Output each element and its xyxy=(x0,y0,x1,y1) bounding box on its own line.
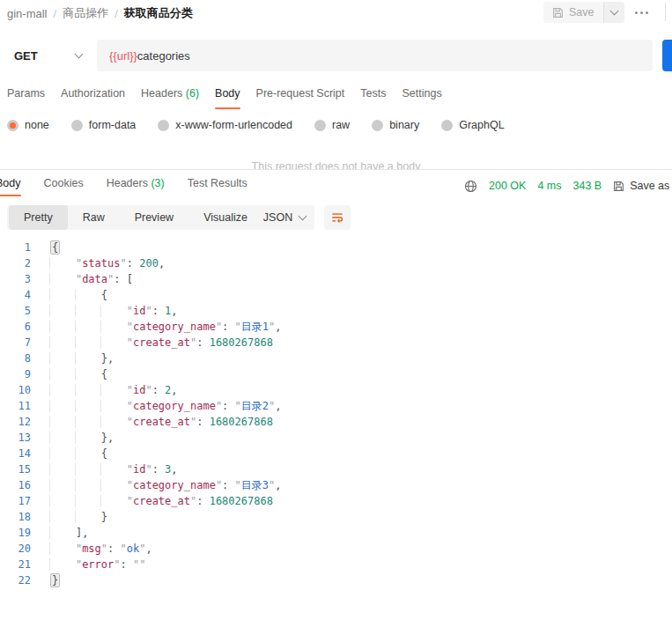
token-p: , xyxy=(275,400,281,412)
indent-guide xyxy=(75,447,101,460)
code-line: 21 "error": "" xyxy=(0,557,672,572)
response-header: BodyCookiesHeaders (3)Test Results 200 O… xyxy=(0,177,672,200)
token-p: : xyxy=(222,400,234,412)
more-options-button[interactable] xyxy=(627,4,655,21)
tab-authorization[interactable]: Authorization xyxy=(61,87,125,109)
indent-guide xyxy=(75,511,101,523)
breadcrumb-item[interactable]: 商品操作 xyxy=(63,5,108,21)
token-q: " xyxy=(127,495,133,507)
code-text: "category_name": "目录1", xyxy=(50,319,282,335)
token-q: " xyxy=(235,479,241,491)
indent-guide xyxy=(100,384,127,396)
tab-headers[interactable]: Headers (6) xyxy=(141,87,199,109)
tab-pre-request-script[interactable]: Pre-request Script xyxy=(256,87,345,109)
breadcrumb-item[interactable]: 获取商品分类 xyxy=(124,5,193,21)
url-input[interactable]: {{url}}categories xyxy=(97,40,653,71)
code-line: 10 "id": 2, xyxy=(0,382,672,398)
breadcrumb-item[interactable]: gin-mall xyxy=(7,7,48,20)
indent-guide xyxy=(100,416,127,428)
save-button[interactable]: Save xyxy=(543,2,603,23)
view-mode-visualize[interactable]: Visualize xyxy=(188,205,262,230)
response-tab-cookies[interactable]: Cookies xyxy=(44,177,84,196)
tab-tests[interactable]: Tests xyxy=(360,87,386,109)
code-text: { xyxy=(50,287,107,303)
breadcrumb-separator: / xyxy=(114,7,118,20)
token-p: }, xyxy=(101,432,114,444)
token-p: : xyxy=(222,479,234,491)
request-header: gin-mall/商品操作/获取商品分类 Save xyxy=(0,0,672,25)
save-button-group: Save xyxy=(543,2,624,23)
tab-params[interactable]: Params xyxy=(7,87,45,109)
code-text: { xyxy=(50,240,60,255)
token-q: " xyxy=(127,400,133,412)
view-mode-pretty[interactable]: Pretty xyxy=(9,205,68,230)
body-type-x-www-form-urlencoded[interactable]: x-www-form-urlencoded xyxy=(158,119,292,131)
send-button[interactable] xyxy=(662,40,672,71)
token-p: { xyxy=(101,289,107,301)
globe-icon xyxy=(464,180,477,193)
token-s: ok xyxy=(127,542,139,555)
response-tab-headers[interactable]: Headers (3) xyxy=(107,177,165,196)
method-select[interactable]: GET xyxy=(0,40,97,71)
token-p: } xyxy=(101,511,107,523)
indent-guide xyxy=(100,321,127,333)
code-text: "create_at": 1680267868 xyxy=(50,493,273,509)
indent-guide xyxy=(75,305,101,317)
indent-guide xyxy=(75,416,101,428)
token-q: " xyxy=(235,400,241,412)
code-text: "create_at": 1680267868 xyxy=(50,414,273,430)
view-mode-preview[interactable]: Preview xyxy=(120,205,188,230)
format-select[interactable]: JSON xyxy=(255,205,314,230)
empty-body-message-wrap: This request does not have a body xyxy=(0,158,672,169)
line-number: 18 xyxy=(0,509,31,525)
token-p: { xyxy=(101,447,107,460)
line-number: 14 xyxy=(0,446,31,461)
token-p: , xyxy=(171,384,177,396)
token-k: id xyxy=(133,463,145,476)
code-line: 15 "id": 3, xyxy=(0,461,672,477)
code-line: 4 { xyxy=(0,287,672,303)
code-text: "category_name": "目录2", xyxy=(50,398,282,414)
line-number: 17 xyxy=(0,493,31,509)
line-number: 4 xyxy=(0,287,31,303)
tab-count-badge: (6) xyxy=(186,87,199,100)
token-q: " xyxy=(127,321,133,333)
indent-guide xyxy=(75,463,101,476)
response-tab-count-badge: (3) xyxy=(151,177,164,189)
tab-body[interactable]: Body xyxy=(215,87,240,109)
indent-guide xyxy=(75,352,101,365)
indent-guide xyxy=(49,400,76,412)
body-type-binary[interactable]: binary xyxy=(372,119,419,131)
code-text: } xyxy=(50,509,107,525)
save-dropdown-button[interactable] xyxy=(603,2,624,23)
response-time: 4 ms xyxy=(537,180,561,192)
code-line: 14 { xyxy=(0,446,672,461)
line-number: 20 xyxy=(0,541,31,557)
save-response-button[interactable]: Save as xyxy=(613,180,669,192)
token-p: : xyxy=(121,558,133,571)
indent-guide xyxy=(100,305,127,317)
view-mode-raw[interactable]: Raw xyxy=(68,205,120,230)
indent-guide xyxy=(75,495,101,507)
response-panel-divider xyxy=(0,169,672,170)
token-q: "" xyxy=(133,558,145,571)
body-type-graphql[interactable]: GraphQL xyxy=(441,119,504,131)
code-text: "id": 1, xyxy=(50,303,178,319)
radio-icon xyxy=(372,120,383,131)
tab-settings[interactable]: Settings xyxy=(402,87,441,109)
breadcrumb: gin-mall/商品操作/获取商品分类 xyxy=(7,5,193,21)
code-line: 18 } xyxy=(0,509,672,525)
indent-guide xyxy=(49,479,76,491)
body-type-form-data[interactable]: form-data xyxy=(71,119,137,131)
response-tab-test-results[interactable]: Test Results xyxy=(188,177,247,196)
response-tab-body[interactable]: Body xyxy=(0,177,21,196)
dot-icon xyxy=(640,11,643,14)
indent-guide xyxy=(75,479,101,491)
body-type-raw[interactable]: raw xyxy=(314,119,350,131)
wrap-text-button[interactable] xyxy=(324,205,351,230)
token-p: , xyxy=(171,463,177,476)
token-q: " xyxy=(127,384,133,396)
code-text: } xyxy=(50,572,60,588)
body-type-none[interactable]: none xyxy=(7,119,49,131)
code-line: 5 "id": 1, xyxy=(0,303,672,319)
